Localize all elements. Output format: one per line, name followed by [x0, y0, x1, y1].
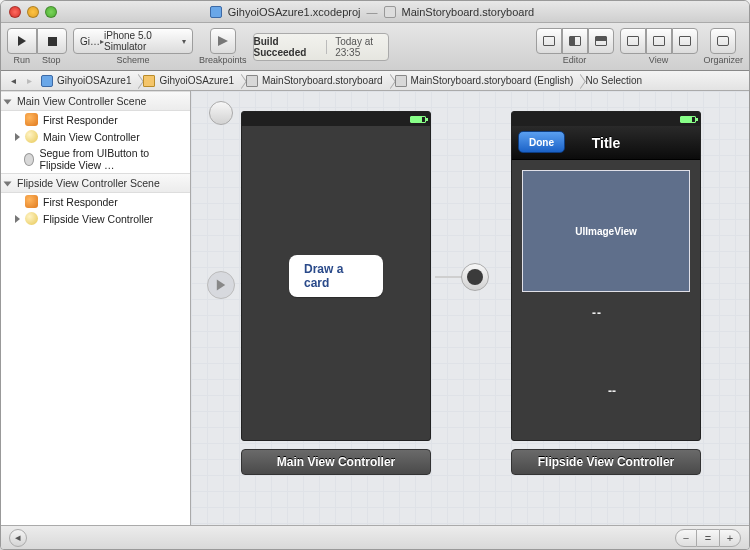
window-title: GihyoiOSAzure1.xcodeproj — MainStoryboar…	[57, 6, 687, 18]
close-window-button[interactable]	[9, 6, 21, 18]
outline-item-label: Flipside View Controller	[43, 213, 153, 225]
standard-editor-button[interactable]	[536, 28, 562, 54]
assistant-editor-icon	[569, 36, 581, 46]
main-vc-view[interactable]: Draw a card	[241, 111, 431, 441]
toggle-navigator-button[interactable]	[620, 28, 646, 54]
jump-segment[interactable]: GihyoiOSAzure1	[37, 75, 139, 87]
uiimageview-placeholder[interactable]: UIImageView	[522, 170, 690, 292]
chevron-down-icon: ▾	[182, 37, 186, 46]
scheme-destination: iPhone 5.0 Simulator	[104, 30, 182, 52]
jump-segment[interactable]: MainStoryboard.storyboard	[242, 75, 391, 87]
main-area: Main View Controller SceneFirst Responde…	[1, 91, 749, 525]
organizer-label: Organizer	[704, 55, 744, 65]
play-icon	[18, 36, 26, 46]
canvas-footer: ◂ − = +	[1, 525, 749, 549]
status-bar	[242, 112, 430, 126]
done-button[interactable]: Done	[518, 131, 565, 153]
label-1[interactable]: --	[586, 304, 608, 322]
run-button[interactable]	[7, 28, 37, 54]
document-outline[interactable]: Main View Controller SceneFirst Responde…	[1, 91, 191, 525]
flipside-vc-view[interactable]: Done Title UIImageView -- --	[511, 111, 701, 441]
assistant-editor-button[interactable]	[562, 28, 588, 54]
outline-item-icon	[25, 212, 38, 225]
outline-item-label: Main View Controller	[43, 131, 140, 143]
status-bar	[512, 112, 700, 126]
debug-area-icon	[653, 36, 665, 46]
segue-icon	[467, 269, 483, 285]
zoom-reset-button[interactable]: =	[697, 529, 719, 547]
jump-segment[interactable]: MainStoryboard.storyboard (English)	[391, 75, 582, 87]
disclosure-triangle-icon[interactable]	[15, 133, 20, 141]
editor-label: Editor	[563, 55, 587, 65]
outline-item-icon	[25, 130, 38, 143]
scheme-selector[interactable]: Gi… ▸ iPhone 5.0 Simulator ▾	[73, 28, 193, 54]
arrow-right-icon	[214, 278, 228, 292]
outline-item-icon	[25, 113, 38, 126]
label-3[interactable]: --	[602, 382, 622, 400]
scheme-label: Scheme	[116, 55, 149, 65]
zoom-out-button[interactable]: −	[675, 529, 697, 547]
jump-label: GihyoiOSAzure1	[159, 75, 233, 86]
label-2[interactable]	[620, 304, 632, 308]
zoom-in-button[interactable]: +	[719, 529, 741, 547]
jump-segment[interactable]: No Selection	[581, 75, 650, 87]
project-icon	[210, 6, 222, 18]
scheme-target: Gi…	[80, 36, 100, 47]
segue-button[interactable]	[461, 263, 489, 291]
battery-icon	[410, 116, 426, 123]
scene-main-view-controller[interactable]: Draw a card Main View Controller	[241, 111, 431, 475]
storyboard-canvas[interactable]: Draw a card Main View Controller Done Ti…	[191, 91, 749, 525]
jump-icon	[246, 75, 258, 87]
document-filename: MainStoryboard.storyboard	[402, 6, 535, 18]
equals-icon: =	[705, 532, 711, 544]
breakpoint-icon	[218, 36, 228, 46]
editor-mode-group	[536, 28, 614, 54]
jump-bar: ◂ ▸ GihyoiOSAzure1GihyoiOSAzure1MainStor…	[1, 71, 749, 91]
organizer-button[interactable]	[710, 28, 736, 54]
outline-row[interactable]: Segue from UIButton to Flipside View …	[1, 145, 190, 173]
nav-forward-button[interactable]: ▸	[21, 75, 37, 86]
plus-icon: +	[727, 532, 733, 544]
zoom-window-button[interactable]	[45, 6, 57, 18]
scene-label-flipside[interactable]: Flipside View Controller	[511, 449, 701, 475]
scene-label-main[interactable]: Main View Controller	[241, 449, 431, 475]
scene-flipside-view-controller[interactable]: Done Title UIImageView -- -- Flipside Vi…	[511, 111, 701, 475]
toggle-outline-button[interactable]: ◂	[9, 529, 27, 547]
minimize-window-button[interactable]	[27, 6, 39, 18]
initial-scene-arrow[interactable]	[207, 271, 235, 299]
outline-row[interactable]: First Responder	[1, 111, 190, 128]
storyboard-icon	[384, 6, 396, 18]
xcode-window: GihyoiOSAzure1.xcodeproj — MainStoryboar…	[0, 0, 750, 550]
outline-row[interactable]: Flipside View Controller	[1, 210, 190, 227]
navigator-icon	[627, 36, 639, 46]
organizer-icon	[717, 36, 729, 46]
toolbar: RunStop Gi… ▸ iPhone 5.0 Simulator ▾ Sch…	[1, 23, 749, 71]
toggle-debug-button[interactable]	[646, 28, 672, 54]
build-time: Today at 23:35	[335, 36, 388, 58]
nav-title[interactable]: Title	[592, 135, 621, 151]
outline-group-header[interactable]: Flipside View Controller Scene	[1, 173, 190, 193]
toggle-utilities-button[interactable]	[672, 28, 698, 54]
navigation-bar[interactable]: Done Title	[512, 126, 700, 160]
zoom-controls: − = +	[675, 529, 741, 547]
jump-icon	[41, 75, 53, 87]
battery-icon	[680, 116, 696, 123]
stop-button[interactable]	[37, 28, 67, 54]
jump-segment[interactable]: GihyoiOSAzure1	[139, 75, 241, 87]
draw-a-card-button[interactable]: Draw a card	[289, 255, 383, 297]
project-filename: GihyoiOSAzure1.xcodeproj	[228, 6, 361, 18]
outline-group-header[interactable]: Main View Controller Scene	[1, 91, 190, 111]
chevron-left-icon: ◂	[15, 531, 21, 544]
nav-back-button[interactable]: ◂	[5, 75, 21, 86]
disclosure-triangle-icon[interactable]	[15, 215, 20, 223]
outline-item-icon	[25, 195, 38, 208]
breakpoints-label: Breakpoints	[199, 55, 247, 65]
activity-viewer: Build Succeeded Today at 23:35	[253, 33, 389, 61]
outline-row[interactable]: First Responder	[1, 193, 190, 210]
minus-icon: −	[683, 532, 689, 544]
version-editor-button[interactable]	[588, 28, 614, 54]
outline-row[interactable]: Main View Controller	[1, 128, 190, 145]
breakpoints-button[interactable]	[210, 28, 236, 54]
jump-label: MainStoryboard.storyboard (English)	[411, 75, 574, 86]
jump-icon	[395, 75, 407, 87]
